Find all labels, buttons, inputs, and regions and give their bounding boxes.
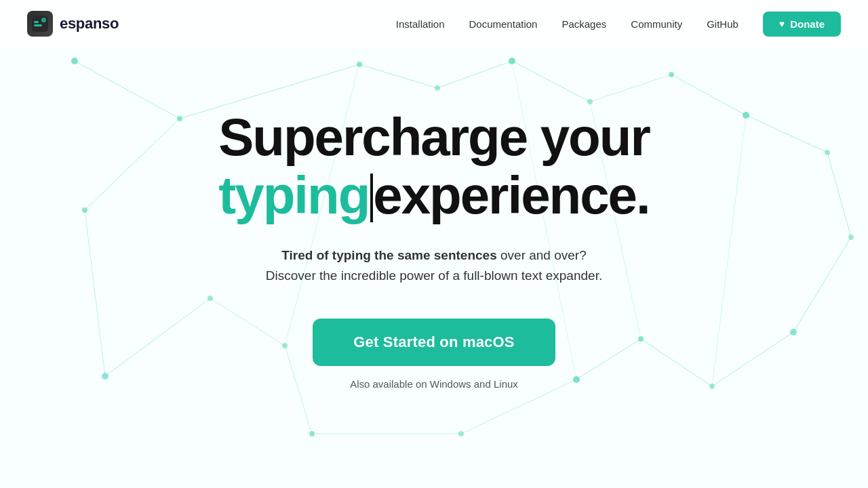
also-available-text: Also available on Windows and Linux (350, 378, 518, 390)
get-started-button[interactable]: Get Started on macOS (313, 319, 555, 366)
cursor (370, 174, 373, 222)
nav-github[interactable]: GitHub (707, 18, 738, 30)
svg-rect-46 (34, 24, 42, 26)
logo-area: espanso (27, 11, 119, 37)
donate-button[interactable]: ♥ Donate (763, 12, 841, 37)
nav-installation[interactable]: Installation (396, 18, 445, 30)
main-nav: Installation Documentation Packages Comm… (396, 12, 841, 37)
nav-packages[interactable]: Packages (561, 18, 606, 30)
heart-icon: ♥ (779, 18, 785, 29)
hero-section: Supercharge your typingexperience. Tired… (0, 47, 868, 390)
nav-documentation[interactable]: Documentation (469, 18, 538, 30)
svg-rect-47 (41, 18, 46, 22)
nav-community[interactable]: Community (631, 18, 682, 30)
svg-rect-44 (32, 16, 48, 32)
logo-icon (27, 11, 53, 37)
hero-title: Supercharge your typingexperience. (218, 108, 650, 225)
logo-text: espanso (60, 15, 119, 33)
header: espanso Installation Documentation Packa… (0, 0, 868, 47)
svg-rect-45 (34, 21, 39, 23)
hero-subtitle: Tired of typing the same sentences over … (266, 245, 602, 287)
